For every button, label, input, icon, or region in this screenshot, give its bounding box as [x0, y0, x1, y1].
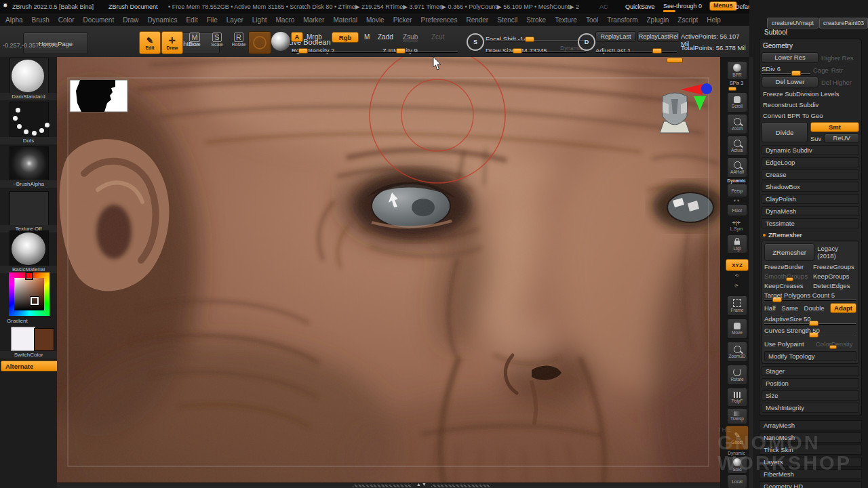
focal-shift-slider[interactable]: Focal Shift -14 [486, 32, 586, 41]
rotate-mode-button[interactable]: R Rotate [229, 33, 249, 53]
ghost-button[interactable]: ✎ Ghost [726, 426, 749, 450]
dynamic-solo-label[interactable]: Dynamic [724, 451, 749, 455]
rotate-3d-button[interactable]: Rotate [727, 365, 747, 385]
switch-color-button[interactable]: SwitchColor [0, 351, 57, 359]
reuv-button[interactable]: ReUV [824, 134, 859, 143]
section-thick-skin[interactable]: Thick Skin [759, 445, 862, 455]
use-polypaint-toggle[interactable]: Use Polypaint [764, 340, 813, 348]
geometry-section-header[interactable]: Geometry [763, 42, 859, 49]
menu-document[interactable]: Document [83, 16, 115, 24]
higher-res-button[interactable]: Higher Res [821, 54, 854, 62]
section-tessimate[interactable]: Tessimate [762, 218, 859, 228]
modify-topology-section[interactable]: Modify Topology [764, 351, 856, 361]
draw-size-handle[interactable] [513, 48, 522, 54]
menu-marker[interactable]: Marker [303, 16, 324, 24]
section-arraymesh[interactable]: ArrayMesh [759, 420, 862, 430]
edit-mode-button[interactable]: ✎ Edit [139, 31, 161, 54]
lightbox-divider-handle[interactable] [667, 58, 683, 63]
dynamic-persp-label[interactable]: Dynamic [724, 178, 749, 183]
gyro-button[interactable] [248, 31, 271, 54]
divider-arrows-icon[interactable]: ▲▼ [416, 482, 427, 487]
menu-picker[interactable]: Picker [393, 16, 412, 24]
freeze-subdivision-button[interactable]: Freeze SubDivision Levels [762, 89, 859, 98]
texture-thumbnail[interactable] [9, 191, 49, 226]
color-saturation-square[interactable] [14, 278, 44, 310]
zremesher-section-header[interactable]: ZRemesher [763, 231, 859, 239]
subtool-section-header[interactable]: Subtool [764, 28, 862, 36]
adapt-toggle[interactable]: Adapt [830, 303, 856, 313]
adaptive-size-slider[interactable]: AdaptiveSize 50 [764, 315, 856, 325]
menu-dynamics[interactable]: Dynamics [148, 16, 178, 24]
menu-zscript[interactable]: Zscript [677, 16, 698, 24]
z-intensity-slider[interactable]: Z Intensity 9 [380, 43, 458, 53]
del-lower-button[interactable]: Del Lower [762, 77, 818, 87]
alternate-button[interactable]: Alternate [1, 361, 60, 371]
menu-help[interactable]: Help [707, 16, 721, 24]
move-3d-button[interactable]: Move [727, 319, 747, 339]
section-size[interactable]: Size [762, 390, 859, 401]
see-through-slider[interactable]: See-through 0 [663, 3, 702, 9]
move-mode-button[interactable]: M Move [184, 33, 205, 53]
double-button[interactable]: Double [804, 304, 825, 312]
color-selector[interactable] [31, 297, 39, 305]
main-color-swatch[interactable] [11, 327, 35, 351]
menu-tool[interactable]: Tool [586, 16, 598, 24]
local-button[interactable]: Local [727, 474, 747, 488]
replay-last-rel-button[interactable]: ReplayLastRel [637, 31, 679, 42]
rgb-intensity-handle[interactable] [298, 48, 308, 54]
smt-toggle[interactable]: Smt [810, 122, 859, 132]
viewport[interactable] [57, 57, 720, 488]
zoom3d-button[interactable]: Zoom3D [727, 342, 747, 362]
mrgb-button[interactable]: Mrgb [307, 33, 322, 41]
section-shadowbox[interactable]: ShadowBox [762, 182, 859, 192]
hue-selector[interactable] [25, 272, 33, 280]
del-higher-button[interactable]: Del Higher [821, 79, 852, 86]
section-dynamic-subdiv[interactable]: Dynamic Subdiv [762, 145, 859, 155]
y-rotation-icon[interactable]: ⟲ [724, 273, 749, 279]
panel-scrollbar[interactable] [749, 57, 753, 488]
menu-macro[interactable]: Macro [276, 16, 295, 24]
section-layers[interactable]: Layers [759, 457, 862, 467]
xyz-rotation-button[interactable]: XYZ [726, 259, 749, 271]
half-button[interactable]: Half [764, 304, 776, 312]
transp-button[interactable]: Transp [727, 408, 747, 424]
adjust-last-handle[interactable] [652, 48, 662, 54]
section-meshintegrity[interactable]: MeshIntegrity [762, 403, 859, 413]
menu-movie[interactable]: Movie [366, 16, 384, 24]
spix-slider[interactable]: SPix 3 [724, 81, 749, 89]
sculpt-render[interactable] [57, 57, 720, 488]
adjust-last-slider[interactable]: AdjustLast 1 [595, 43, 677, 53]
persp-button[interactable]: Persp [727, 184, 747, 197]
stroke-selector-button[interactable]: S [467, 33, 484, 51]
detect-edges-toggle[interactable]: DetectEdges [813, 282, 850, 289]
stroke-thumbnail[interactable] [9, 102, 49, 138]
keep-groups-toggle[interactable]: KeepGroups [813, 272, 849, 280]
zcut-button[interactable]: Zcut [431, 33, 444, 41]
zsub-button[interactable]: Zsub [403, 33, 418, 41]
camview-head-gizmo[interactable] [660, 93, 690, 133]
menu-preferences[interactable]: Preferences [420, 16, 457, 24]
actual-button[interactable]: Actual [727, 136, 747, 156]
target-polygons-slider[interactable]: Target Polygons Count 5 [764, 291, 856, 301]
lower-res-button[interactable]: Lower Res [762, 52, 818, 63]
menus-toggle[interactable]: Menus [709, 1, 737, 11]
freeze-groups-toggle[interactable]: FreezeGroups [813, 263, 854, 270]
solo-button[interactable]: Solo [727, 456, 747, 474]
zremesher-button[interactable]: ZRemesher [764, 243, 814, 261]
sdiv-slider[interactable]: SDiv 6 [762, 65, 810, 75]
color-picker[interactable] [9, 272, 50, 316]
keep-creases-toggle[interactable]: KeepCreases [764, 282, 810, 289]
menu-edit[interactable]: Edit [186, 16, 197, 24]
menu-stencil[interactable]: Stencil [497, 16, 517, 24]
spix-handle[interactable] [728, 87, 736, 91]
floor-button[interactable]: Floor [727, 204, 747, 216]
menu-stroke[interactable]: Stroke [526, 16, 546, 24]
polyf-button[interactable]: PolyF [727, 388, 747, 407]
suv-button[interactable]: Suv [810, 135, 821, 142]
alpha-thumbnail[interactable] [9, 146, 49, 182]
same-button[interactable]: Same [781, 304, 798, 312]
menu-render[interactable]: Render [466, 16, 488, 24]
scale-mode-button[interactable]: S Scale [207, 33, 227, 53]
secondary-color-swatch[interactable] [34, 328, 54, 351]
menu-light[interactable]: Light [252, 16, 267, 24]
